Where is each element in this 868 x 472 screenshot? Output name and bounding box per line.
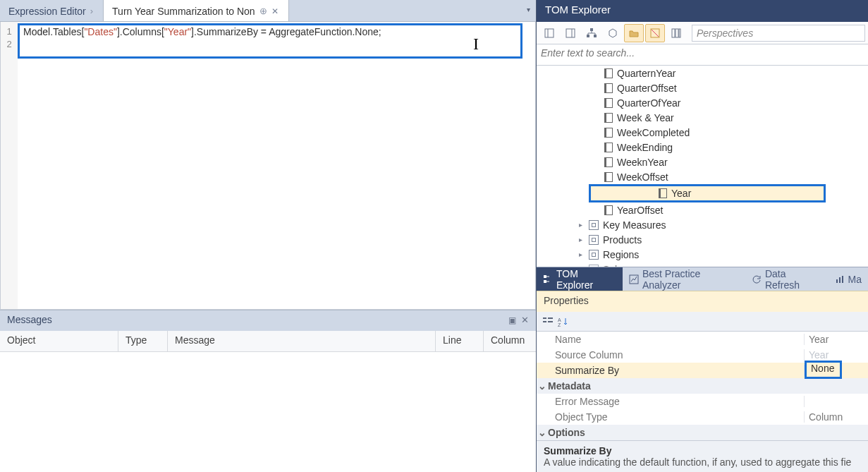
tab-label: Expression Editor: [8, 6, 86, 17]
tree-table-products[interactable]: ▸Products: [537, 232, 868, 247]
svg-rect-4: [590, 28, 593, 31]
svg-rect-0: [545, 29, 554, 37]
pin-icon[interactable]: ▣: [508, 315, 516, 325]
tab-data-refresh[interactable]: Data Refresh: [745, 267, 829, 291]
tree-table-sales[interactable]: ▸Sales: [537, 262, 868, 267]
messages-columns: Object Type Message Line Column: [0, 331, 536, 352]
close-icon[interactable]: ✕: [521, 315, 529, 325]
svg-rect-17: [543, 317, 546, 319]
perspectives-input[interactable]: Perspectives: [692, 25, 865, 42]
code-text-area[interactable]: Model.Tables["Dates"].Columns["Year"].Su…: [18, 22, 535, 309]
tom-explorer-header: TOM Explorer: [537, 0, 868, 22]
tab-ma[interactable]: Ma: [829, 267, 868, 291]
tree-col-weekending[interactable]: WeekEnding: [537, 140, 868, 155]
svg-rect-5: [587, 35, 589, 37]
chart-icon: [835, 274, 845, 284]
svg-rect-16: [842, 276, 843, 283]
dropdown-icon[interactable]: ▾: [527, 6, 530, 13]
messages-title: Messages: [7, 314, 52, 325]
column-icon: [604, 113, 613, 123]
toolbar-btn-1[interactable]: [539, 24, 559, 42]
toolbar-hierarchy-icon[interactable]: [582, 24, 601, 42]
chevron-right-icon: ▸: [579, 221, 586, 229]
toolbar-columns-icon[interactable]: [666, 24, 686, 42]
svg-rect-19: [548, 317, 553, 319]
messages-header: Messages ▣ ✕: [0, 310, 536, 331]
tab-bpa[interactable]: Best Practice Analyzer: [623, 267, 745, 291]
prop-summarize-by[interactable]: Summarize By None: [537, 363, 868, 378]
pin-icon[interactable]: ⊕: [259, 6, 267, 16]
column-icon: [604, 143, 613, 152]
tree-col-quarteroffset[interactable]: QuarterOffset: [537, 80, 868, 95]
svg-rect-9: [676, 29, 678, 37]
properties-grid: NameYear Source ColumnYear Summarize By …: [537, 332, 868, 440]
analyzer-icon: [629, 274, 639, 284]
col-line[interactable]: Line: [436, 331, 484, 351]
messages-body: [0, 352, 536, 472]
table-icon: [589, 250, 599, 260]
svg-rect-15: [839, 277, 841, 283]
svg-rect-2: [566, 29, 575, 37]
tree-col-quarterofyear[interactable]: QuarterOfYear: [537, 95, 868, 110]
column-icon: [604, 128, 613, 138]
property-description: Summarize By A value indicating the defa…: [537, 440, 868, 472]
tab-expression-editor[interactable]: Expression Editor ›: [0, 0, 104, 21]
svg-text:A: A: [558, 317, 561, 322]
prop-error-message[interactable]: Error Message: [537, 394, 868, 409]
tree-col-weekyear[interactable]: Week & Year: [537, 110, 868, 125]
sort-az-icon[interactable]: AZ: [558, 316, 569, 327]
explorer-tabs: TOM Explorer Best Practice Analyzer Data…: [537, 267, 868, 291]
col-type[interactable]: Type: [118, 331, 168, 351]
tom-tree[interactable]: QuarternYear QuarterOffset QuarterOfYear…: [537, 66, 868, 267]
prop-object-type[interactable]: Object TypeColumn: [537, 409, 868, 425]
tree-col-weekoffset[interactable]: WeekOffset: [537, 169, 868, 184]
prop-name[interactable]: NameYear: [537, 332, 868, 347]
svg-rect-14: [836, 279, 838, 283]
toolbar-folder-icon[interactable]: [624, 24, 644, 42]
svg-rect-18: [543, 321, 546, 322]
column-icon: [604, 98, 613, 108]
toolbar-cube-icon[interactable]: [603, 24, 623, 42]
toolbar-btn-2[interactable]: [561, 24, 580, 42]
col-object[interactable]: Object: [0, 331, 118, 351]
svg-rect-12: [544, 280, 546, 283]
tree-col-quarternyear[interactable]: QuarternYear: [537, 66, 868, 80]
properties-header: Properties: [537, 291, 868, 312]
tree-table-keymeasures[interactable]: ▸Key Measures: [537, 217, 868, 232]
prop-group-options[interactable]: ⌄Options: [537, 425, 868, 440]
svg-rect-20: [548, 321, 553, 322]
tree-col-weekcompleted[interactable]: WeekCompleted: [537, 125, 868, 140]
toolbar-filter-icon[interactable]: [645, 24, 665, 42]
editor-tabbar: Expression Editor › Turn Year Summarizat…: [0, 0, 536, 22]
chevron-down-icon: ⌄: [537, 380, 548, 392]
tab-tom-explorer[interactable]: TOM Explorer: [537, 267, 623, 291]
column-icon: [659, 188, 667, 198]
tree-table-regions[interactable]: ▸Regions: [537, 247, 868, 262]
categorized-icon[interactable]: [542, 316, 554, 327]
column-icon: [604, 172, 613, 182]
column-icon: [604, 68, 613, 78]
search-input[interactable]: [541, 47, 864, 59]
text-cursor-icon: I: [473, 37, 479, 50]
chevron-right-icon: ▸: [579, 236, 586, 243]
col-message[interactable]: Message: [168, 331, 436, 351]
tom-search[interactable]: [537, 44, 868, 66]
svg-rect-6: [594, 35, 597, 37]
code-editor[interactable]: 1 2 Model.Tables["Dates"].Columns["Year"…: [0, 22, 536, 310]
chevron-right-icon: ▸: [579, 265, 586, 267]
close-icon[interactable]: ✕: [271, 6, 279, 16]
svg-rect-10: [679, 29, 680, 37]
refresh-icon: [752, 274, 762, 284]
tree-col-year[interactable]: Year: [589, 184, 826, 202]
svg-text:Z: Z: [558, 322, 561, 327]
col-column[interactable]: Column: [484, 331, 536, 351]
chevron-down-icon: ⌄: [537, 427, 548, 438]
prop-group-metadata[interactable]: ⌄Metadata: [537, 378, 868, 394]
column-icon: [604, 205, 613, 215]
line-gutter: 1 2: [1, 22, 18, 309]
tree-col-weeknyear[interactable]: WeeknYear: [537, 155, 868, 169]
tree-col-yearoffset[interactable]: YearOffset: [537, 202, 868, 217]
svg-rect-11: [544, 275, 546, 278]
tab-script[interactable]: Turn Year Summarization to Non ⊕ ✕: [104, 0, 289, 21]
table-icon: [589, 235, 599, 245]
